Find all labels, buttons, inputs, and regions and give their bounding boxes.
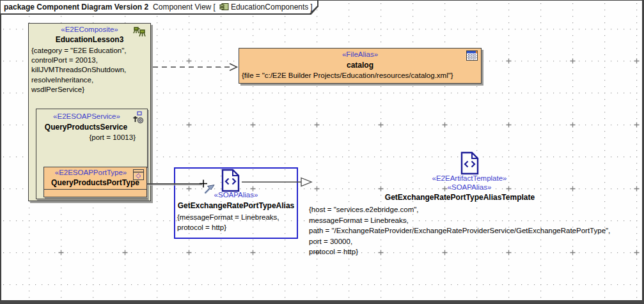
template-stereotype-1: «E2EArtifactTemplate» xyxy=(405,174,533,182)
property-line: protocol = http} xyxy=(309,247,610,257)
property-line: port = 30000, xyxy=(309,236,610,247)
alias-name: GetExchangeRatePortTypeAlias xyxy=(168,201,304,210)
template-properties: {host = "services.e2ebridge.com", messag… xyxy=(309,204,610,257)
frame-close-bracket: ] xyxy=(310,3,312,11)
property-line: wsdlPerService} xyxy=(31,85,127,95)
template-stereotype-2: «SOAPAlias» xyxy=(405,183,533,191)
frame-left-edge xyxy=(0,0,1,304)
component-queryproductsporttype[interactable]: «E2ESOAPPortType» QueryProductsPortType xyxy=(43,167,147,197)
property-line: {category = "E2E Education", xyxy=(31,46,127,56)
catalog-properties: {file = "c:/E2E Builder Projects/Educati… xyxy=(242,71,453,80)
frame-name: EducationComponents xyxy=(231,3,308,11)
lesson-properties: {category = "E2E Education", controlPort… xyxy=(31,46,127,95)
diagram-canvas[interactable]: package Component Diagram Version 2Compo… xyxy=(0,0,644,304)
porttype-name-compartment: «E2ESOAPPortType» QueryProductsPortType xyxy=(44,167,146,190)
component-educationlesson3[interactable]: «E2EComposite» EducationLesson3 {categor… xyxy=(28,23,151,201)
diagram-context: Component View [ xyxy=(153,3,216,11)
property-line: killJVMThreadsOnShutdown, xyxy=(31,65,127,75)
catalog-name: catalog xyxy=(239,61,481,70)
lesson-name: EducationLesson3 xyxy=(29,35,150,44)
porttype-name: QueryProductsPortType xyxy=(44,178,146,187)
property-line: controlPort = 20013, xyxy=(31,56,127,65)
component-queryproductsservice[interactable]: «E2ESOAPService» QueryProductsService {p… xyxy=(36,109,148,199)
alias-stereotype: «SOAPAlias» xyxy=(174,191,298,199)
service-stereotype: «E2ESOAPService» xyxy=(36,112,147,120)
code-file-icon[interactable] xyxy=(459,151,480,175)
table-window-icon xyxy=(466,50,478,61)
property-line: {host = "services.e2ebridge.com", xyxy=(309,204,610,215)
property-line: messageFormat = Linebreaks, xyxy=(309,215,610,226)
service-name: QueryProductsService xyxy=(36,123,147,132)
diagram-frame-header: package Component Diagram Version 2Compo… xyxy=(1,1,318,15)
code-file-icon[interactable] xyxy=(220,169,241,192)
property-line: protocol = http} xyxy=(177,222,279,232)
frame-bottom-edge xyxy=(0,300,644,304)
alias-properties: {messageFormat = Linebreaks, protocol = … xyxy=(177,212,279,232)
property-line: path = "/ExchangeRateProvider/ExchangeRa… xyxy=(309,225,610,236)
property-line: {messageFormat = Linebreaks, xyxy=(177,212,279,222)
catalog-stereotype: «FileAlias» xyxy=(239,50,481,58)
template-name: GetExchangeRatePortTypeAliasTemplate xyxy=(364,193,556,202)
frame-header-text: package Component Diagram Version 2Compo… xyxy=(4,1,315,14)
service-port-property: {port = 10013} xyxy=(36,133,147,141)
component-icon xyxy=(219,3,229,11)
property-line: resolveInheritance, xyxy=(31,75,127,85)
porttype-stereotype: «E2ESOAPPortType» xyxy=(44,169,146,176)
component-catalog[interactable]: «FileAlias» catalog {file = "c:/E2E Buil… xyxy=(239,48,482,84)
property-line: {file = "c:/E2E Builder Projects/Educati… xyxy=(242,71,453,80)
diagram-title: package Component Diagram Version 2 xyxy=(4,3,148,11)
